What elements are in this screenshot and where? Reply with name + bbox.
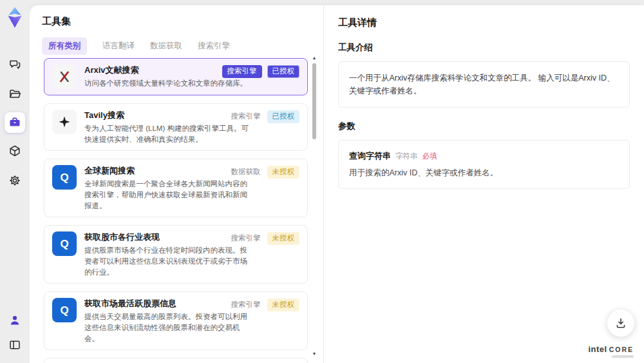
- tool-card-global-news[interactable]: Q 全球新闻搜索 全球新闻搜索是一个聚合全球各大新闻网站内容的搜索引擎，帮助用户…: [44, 159, 308, 217]
- auth-status-badge: 未授权: [267, 232, 300, 245]
- scroll-up-icon[interactable]: ▲: [312, 55, 317, 61]
- tool-card-arxiv[interactable]: Arxiv文献搜索 访问各个研究领域大量科学论文和文章的存储库。 搜索引擎 已授…: [44, 58, 308, 95]
- app-window: 工具集 所有类别 语言翻译 数据获取 搜索引擎 A: [0, 0, 644, 363]
- sidebar-item-settings[interactable]: [5, 170, 25, 191]
- content-shell: 工具集 所有类别 语言翻译 数据获取 搜索引擎 A: [30, 5, 644, 363]
- toolset-panel: 工具集 所有类别 语言翻译 数据获取 搜索引擎 A: [30, 5, 324, 363]
- download-button[interactable]: [607, 309, 635, 337]
- brand-sub-mark: [612, 355, 634, 358]
- tool-card-regional-news[interactable]: 万维地区新闻查询 查询具体行政区划内的新闻，快速了解各地新闻动 搜索引擎 未授权: [44, 358, 308, 363]
- auth-status-badge: 已授权: [267, 65, 300, 78]
- blue-q-logo-icon: Q: [52, 298, 77, 322]
- scrollbar-thumb[interactable]: [312, 63, 316, 139]
- blue-q-logo-icon: Q: [52, 165, 77, 190]
- brand-intel-text: intel: [588, 344, 607, 354]
- blue-q-logo-icon: Q: [52, 231, 77, 256]
- sidebar-rail: [0, 0, 30, 363]
- tool-card-active-stocks[interactable]: Q 获取市场最活跃股票信息 提供当天交易量最高的股票列表。投资者可以利用这些信息…: [44, 291, 308, 350]
- tool-description: 专为人工智能代理 (LLM) 构建的搜索引擎工具。可快速提供实时、准确和真实的结…: [84, 123, 249, 144]
- params-heading: 参数: [338, 121, 630, 132]
- tool-card-tavily[interactable]: Tavily搜索 专为人工智能代理 (LLM) 构建的搜索引擎工具。可快速提供实…: [44, 103, 308, 151]
- param-type: 字符串: [395, 152, 418, 161]
- gear-icon: [8, 174, 21, 187]
- sidebar-item-toolbox-active[interactable]: [5, 112, 25, 133]
- four-point-star-icon: [52, 110, 77, 134]
- brand-core-text: CORE: [609, 346, 634, 353]
- tab-search-engine[interactable]: 搜索引擎: [198, 41, 230, 52]
- auth-status-badge: 未授权: [267, 299, 300, 311]
- panel-layout-icon: [8, 338, 21, 351]
- intro-heading: 工具介绍: [338, 42, 630, 54]
- briefcase-icon: [8, 116, 21, 129]
- auth-status-badge: 未授权: [267, 166, 300, 179]
- toolset-title: 工具集: [42, 15, 71, 28]
- tab-all-categories[interactable]: 所有类别: [42, 37, 87, 55]
- sidebar-item-collapse[interactable]: [5, 335, 25, 355]
- sidebar-item-files[interactable]: [5, 84, 25, 104]
- category-badge: 搜索引擎: [222, 65, 262, 78]
- tab-language-translation[interactable]: 语言翻译: [102, 41, 135, 52]
- sidebar-item-user[interactable]: [5, 310, 25, 331]
- user-icon: [8, 314, 21, 327]
- category-badge: 搜索引擎: [230, 299, 262, 311]
- param-required-badge: 必填: [422, 152, 437, 161]
- intro-box: 一个用于从Arxiv存储库搜索科学论文和文章的工具。 输入可以是Arxiv ID…: [338, 61, 630, 108]
- gem-logo-icon: [5, 6, 24, 28]
- chat-icon: [8, 58, 21, 71]
- tool-list: Arxiv文献搜索 访问各个研究领域大量科学论文和文章的存储库。 搜索引擎 已授…: [44, 58, 308, 363]
- tool-details-panel: 工具详情 工具介绍 一个用于从Arxiv存储库搜索科学论文和文章的工具。 输入可…: [324, 5, 644, 363]
- tab-data-fetch[interactable]: 数据获取: [150, 41, 182, 52]
- tool-description: 提供股票市场各个行业在特定时间段内的表现。投资者可以利用这些信息来识别表现优于或…: [84, 245, 249, 277]
- param-name: 查询字符串: [349, 150, 391, 162]
- tool-description: 提供当天交易量最高的股票列表。投资者可以利用这些信息来识别流动性强的股票和潜在的…: [84, 311, 249, 344]
- details-title: 工具详情: [338, 17, 630, 29]
- param-description: 用于搜索的Arxiv ID、关键字或作者姓名。: [349, 168, 619, 179]
- download-icon: [614, 317, 627, 329]
- category-badge: 搜索引擎: [230, 110, 262, 123]
- sidebar-item-chat[interactable]: [5, 54, 25, 75]
- sidebar-item-models[interactable]: [5, 141, 25, 161]
- auth-status-badge: 已授权: [267, 110, 300, 123]
- tool-card-sector-performance[interactable]: Q 获取股市各行业表现 提供股票市场各个行业在特定时间段内的表现。投资者可以利用…: [44, 225, 308, 284]
- arxiv-logo-icon: [52, 64, 77, 89]
- category-tabs: 所有类别 语言翻译 数据获取 搜索引擎: [42, 37, 230, 55]
- tool-description: 全球新闻搜索是一个聚合全球各大新闻网站内容的搜索引擎，帮助用户快速获取全球最新资…: [84, 179, 249, 211]
- list-scrollbar[interactable]: ▲ ▼: [312, 57, 317, 355]
- cube-icon: [8, 144, 21, 157]
- tool-description: 访问各个研究领域大量科学论文和文章的存储库。: [84, 78, 249, 89]
- param-box: 查询字符串 字符串 必填 用于搜索的Arxiv ID、关键字或作者姓名。: [338, 140, 630, 189]
- intro-text: 一个用于从Arxiv存储库搜索科学论文和文章的工具。 输入可以是Arxiv ID…: [349, 72, 619, 97]
- scroll-down-icon[interactable]: ▼: [312, 351, 317, 357]
- intel-core-logo: intel CORE: [588, 344, 634, 358]
- category-badge: 数据获取: [230, 166, 262, 179]
- category-badge: 搜索引擎: [230, 232, 262, 245]
- folder-icon: [8, 88, 21, 101]
- app-logo: [4, 5, 26, 30]
